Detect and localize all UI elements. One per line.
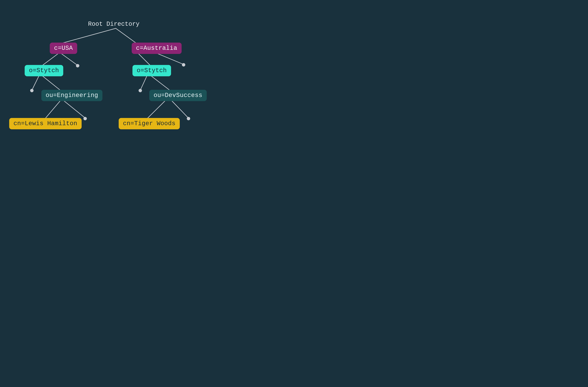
svg-line-9: [156, 53, 184, 64]
placeholder-dot: [30, 89, 34, 92]
svg-line-1: [116, 28, 136, 43]
directory-tree-diagram: Root Directory c=USA o=Stytch ou=Enginee…: [0, 0, 232, 153]
node-ou-devsuccess: ou=DevSuccess: [149, 90, 207, 101]
svg-line-6: [46, 101, 61, 118]
node-org-stytch-left: o=Stytch: [25, 65, 63, 76]
node-cn-tiger-woods: cn=Tiger Woods: [119, 118, 180, 129]
node-cn-lewis-hamilton: cn=Lewis Hamilton: [9, 118, 82, 129]
placeholder-dot: [182, 63, 185, 66]
svg-line-0: [62, 28, 116, 43]
node-org-stytch-right: o=Stytch: [132, 65, 171, 76]
svg-line-7: [63, 101, 85, 118]
placeholder-dot: [84, 117, 87, 120]
root-directory-label: Root Directory: [88, 21, 140, 28]
svg-line-8: [138, 53, 150, 65]
svg-line-11: [151, 76, 170, 90]
placeholder-dot: [76, 64, 79, 67]
svg-line-2: [42, 53, 59, 65]
node-country-usa: c=USA: [50, 43, 77, 54]
node-country-australia: c=Australia: [132, 43, 182, 54]
svg-line-13: [171, 101, 188, 118]
svg-line-12: [148, 101, 165, 118]
placeholder-dot: [139, 89, 142, 92]
node-ou-engineering: ou=Engineering: [41, 90, 103, 101]
svg-line-5: [42, 76, 61, 90]
placeholder-dot: [187, 117, 190, 120]
svg-line-3: [61, 53, 78, 65]
svg-line-4: [32, 76, 39, 90]
svg-line-10: [140, 76, 147, 90]
